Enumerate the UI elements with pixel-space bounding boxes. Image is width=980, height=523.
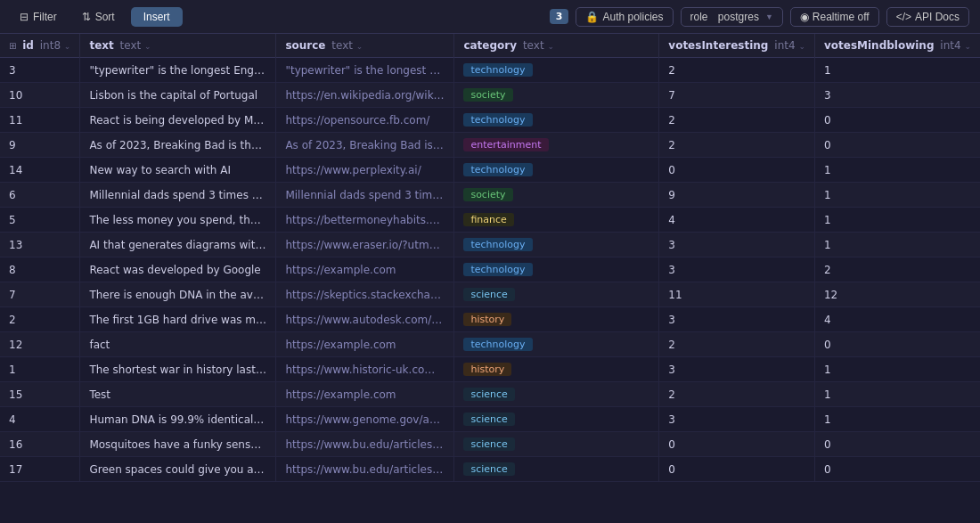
table-row[interactable]: 13 AI that generates diagrams with simpl…	[0, 233, 980, 257]
cell-votes-interesting: 2	[659, 382, 815, 407]
cell-id: 17	[0, 457, 80, 482]
filter-button[interactable]: ⊟ Filter	[11, 7, 66, 27]
cell-category: science	[454, 432, 659, 457]
cell-category: science	[454, 382, 659, 407]
cell-votes-mindblowing: 0	[814, 432, 980, 457]
cell-votes-mindblowing: 3	[814, 83, 980, 108]
table-row[interactable]: 3 "typewriter" is the longest English wo…	[0, 58, 980, 83]
cell-votes-interesting: 4	[659, 208, 815, 233]
cell-votes-interesting: 2	[659, 133, 815, 158]
cell-category: technology	[454, 108, 659, 133]
cell-category: history	[454, 307, 659, 332]
cell-votes-mindblowing: 0	[814, 332, 980, 357]
cell-votes-mindblowing: 1	[814, 208, 980, 233]
cell-votes-interesting: 2	[659, 108, 815, 133]
cell-votes-mindblowing: 0	[814, 457, 980, 482]
cell-id: 15	[0, 382, 80, 407]
col-header-id[interactable]: ⊞ id int8 ⌄	[0, 34, 80, 58]
table-row[interactable]: 11 React is being developed by Meta (for…	[0, 108, 980, 133]
connection-badge: 3	[550, 9, 569, 24]
table-row[interactable]: 4 Human DNA is 99.9% identical from pers…	[0, 407, 980, 432]
cell-id: 6	[0, 183, 80, 208]
cell-votes-interesting: 3	[659, 357, 815, 382]
cell-votes-mindblowing: 4	[814, 307, 980, 332]
api-label: API Docs	[915, 11, 960, 23]
realtime-button[interactable]: ◉ Realtime off	[790, 7, 879, 27]
role-button[interactable]: role postgres ▼	[681, 7, 783, 27]
cell-id: 2	[0, 307, 80, 332]
sort-button[interactable]: ⇅ Sort	[73, 7, 124, 27]
cell-text: Millennial dads spend 3 times as much ti…	[80, 183, 276, 208]
cell-text: Mosquitoes have a funky sense of smell	[80, 432, 276, 457]
table-row[interactable]: 14 New way to search with AI https://www…	[0, 158, 980, 183]
table-body: 3 "typewriter" is the longest English wo…	[0, 58, 980, 482]
table-row[interactable]: 7 There is enough DNA in the average per…	[0, 282, 980, 307]
cell-source: https://en.wikipedia.org/wiki/Lisbon	[276, 83, 454, 108]
cell-id: 8	[0, 257, 80, 282]
insert-button[interactable]: Insert	[131, 7, 183, 27]
cell-id: 12	[0, 332, 80, 357]
cell-source: https://www.genome.gov/about-genomic...	[276, 407, 454, 432]
api-docs-button[interactable]: </> API Docs	[886, 7, 969, 27]
cell-text: New way to search with AI	[80, 158, 276, 183]
table-row[interactable]: 9 As of 2023, Breaking Bad is the highes…	[0, 133, 980, 158]
auth-label: Auth policies	[602, 11, 663, 23]
cell-category: science	[454, 282, 659, 307]
table-row[interactable]: 15 Test https://example.com science 2 1	[0, 382, 980, 407]
cell-votes-mindblowing: 1	[814, 357, 980, 382]
auth-policies-button[interactable]: 🔒 Auth policies	[576, 7, 673, 27]
col-header-category[interactable]: category text ⌄	[454, 34, 659, 58]
cell-id: 3	[0, 58, 80, 83]
table-row[interactable]: 17 Green spaces could give you a brain b…	[0, 457, 980, 482]
cell-source: https://example.com	[276, 257, 454, 282]
cell-category: society	[454, 183, 659, 208]
cell-id: 10	[0, 83, 80, 108]
data-table: ⊞ id int8 ⌄ text text ⌄ source text ⌄ ca…	[0, 34, 980, 482]
role-prefix: role	[690, 11, 708, 23]
cell-category: technology	[454, 58, 659, 83]
cell-text: The less money you spend, the more you..…	[80, 208, 276, 233]
chevron-down-icon: ▼	[765, 12, 773, 21]
cell-text: Test	[80, 382, 276, 407]
col-header-text[interactable]: text text ⌄	[80, 34, 276, 58]
cell-source: "typewriter" is the longest English word…	[276, 58, 454, 83]
cell-text: AI that generates diagrams with simple t…	[80, 233, 276, 257]
cell-votes-interesting: 0	[659, 457, 815, 482]
cell-text: fact	[80, 332, 276, 357]
cell-id: 1	[0, 357, 80, 382]
cell-id: 5	[0, 208, 80, 233]
table-row[interactable]: 16 Mosquitoes have a funky sense of smel…	[0, 432, 980, 457]
col-votes-interesting-sort-icon: ⌄	[798, 42, 805, 51]
cell-votes-mindblowing: 1	[814, 233, 980, 257]
cell-source: https://opensource.fb.com/	[276, 108, 454, 133]
table-row[interactable]: 2 The first 1GB hard drive was made in 1…	[0, 307, 980, 332]
filter-label: Filter	[33, 11, 57, 23]
table-row[interactable]: 10 Lisbon is the capital of Portugal htt…	[0, 83, 980, 108]
col-text-sort-icon: ⌄	[144, 42, 151, 51]
col-category-sort-icon: ⌄	[547, 42, 554, 51]
cell-source: https://www.autodesk.com/products/fus...	[276, 307, 454, 332]
cell-votes-interesting: 9	[659, 183, 815, 208]
realtime-icon: ◉	[800, 11, 809, 23]
cell-votes-mindblowing: 0	[814, 133, 980, 158]
cell-source: Millennial dads spend 3 times as much ti…	[276, 183, 454, 208]
realtime-label: Realtime off	[813, 11, 870, 23]
col-header-votes-mindblowing[interactable]: votesMindblowing int4 ⌄	[814, 34, 980, 58]
cell-id: 7	[0, 282, 80, 307]
cell-votes-interesting: 3	[659, 407, 815, 432]
cell-text: There is enough DNA in the average pers.…	[80, 282, 276, 307]
insert-label: Insert	[143, 11, 170, 23]
table-row[interactable]: 12 fact https://example.com technology 2…	[0, 332, 980, 357]
cell-id: 9	[0, 133, 80, 158]
table-row[interactable]: 6 Millennial dads spend 3 times as much …	[0, 183, 980, 208]
cell-votes-interesting: 3	[659, 233, 815, 257]
cell-votes-mindblowing: 1	[814, 58, 980, 83]
toolbar: ⊟ Filter ⇅ Sort Insert 3 🔒 Auth policies…	[0, 0, 980, 34]
table-row[interactable]: 5 The less money you spend, the more you…	[0, 208, 980, 233]
table-container[interactable]: ⊞ id int8 ⌄ text text ⌄ source text ⌄ ca…	[0, 34, 980, 523]
table-row[interactable]: 8 React was developed by Google https://…	[0, 257, 980, 282]
table-row[interactable]: 1 The shortest war in history lasted 38 …	[0, 357, 980, 382]
col-header-votes-interesting[interactable]: votesInteresting int4 ⌄	[659, 34, 815, 58]
col-header-source[interactable]: source text ⌄	[276, 34, 454, 58]
cell-id: 13	[0, 233, 80, 257]
